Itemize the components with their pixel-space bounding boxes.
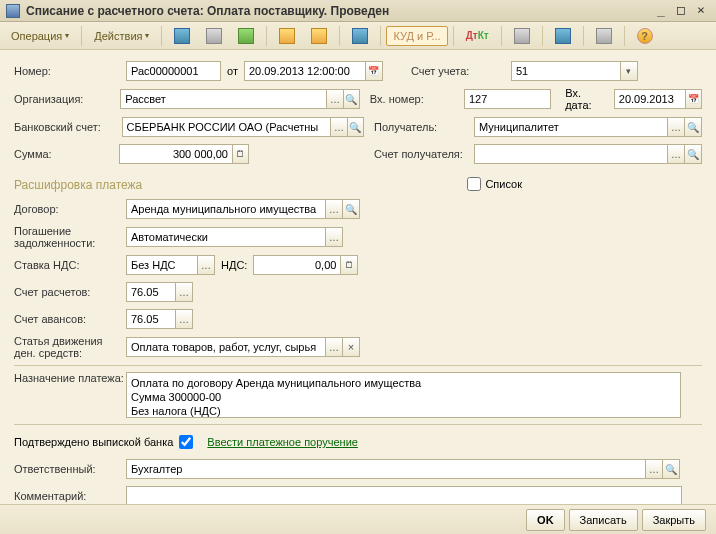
label-contract: Договор: [14, 203, 126, 215]
close-window-button[interactable]: × [692, 3, 710, 19]
label-vh-nomer: Вх. номер: [370, 93, 464, 105]
label-responsible: Ответственный: [14, 463, 126, 475]
tb-icon-2[interactable] [199, 25, 229, 47]
date-calendar-button[interactable] [365, 61, 383, 81]
help-button[interactable]: ? [630, 25, 660, 47]
decoding-group-title: Расшифровка платежа [14, 178, 142, 192]
report-icon [514, 28, 530, 44]
enter-pp-link[interactable]: Ввести платежное поручение [207, 436, 358, 448]
bank-acc-select-button[interactable] [330, 117, 347, 137]
recipient-acc-field[interactable] [474, 144, 668, 164]
acc-calc-select-button[interactable] [175, 282, 193, 302]
tb-icon-8[interactable] [548, 25, 578, 47]
vat-calc-button[interactable] [340, 255, 358, 275]
recipient-search-button[interactable] [684, 117, 702, 137]
actions-menu[interactable]: Действия▾ [87, 25, 156, 47]
date-field[interactable] [244, 61, 366, 81]
maximize-button[interactable]: □ [672, 3, 690, 19]
recipient-acc-search-button[interactable] [684, 144, 702, 164]
responsible-select-button[interactable] [645, 459, 663, 479]
titlebar: Списание с расчетного счета: Оплата пост… [0, 0, 716, 22]
ok-button[interactable]: OK [526, 509, 565, 531]
vat-rate-select-button[interactable] [197, 255, 215, 275]
purpose-textarea[interactable] [126, 372, 681, 418]
vh-data-calendar-button[interactable] [685, 89, 702, 109]
acc-advance-field[interactable] [126, 309, 176, 329]
label-comment: Комментарий: [14, 490, 126, 502]
label-number: Номер: [14, 65, 126, 77]
window-title: Списание с расчетного счета: Оплата пост… [26, 4, 650, 18]
label-repayment: Погашение задолженности: [14, 225, 126, 249]
app-icon [6, 4, 20, 18]
acc-ucheta-field[interactable] [511, 61, 621, 81]
bank-acc-field[interactable] [122, 117, 332, 137]
label-from: от [227, 65, 238, 77]
contract-select-button[interactable] [325, 199, 343, 219]
tb-icon-dkt[interactable]: ДтКт [459, 25, 496, 47]
label-confirmed: Подтверждено выпиской банка [14, 436, 173, 448]
responsible-field[interactable] [126, 459, 646, 479]
recipient-field[interactable] [474, 117, 668, 137]
tb-icon-5[interactable] [304, 25, 334, 47]
sum-calc-button[interactable] [232, 144, 249, 164]
label-acc-ucheta: Счет учета: [411, 65, 511, 77]
operation-menu[interactable]: Операция▾ [4, 25, 76, 47]
org-field[interactable] [120, 89, 327, 109]
label-cash-flow: Статья движения ден. средств: [14, 335, 126, 359]
footer: OK Записать Закрыть [0, 504, 716, 534]
label-recipient-acc: Счет получателя: [374, 148, 474, 160]
vh-data-field[interactable] [614, 89, 686, 109]
vh-nomer-field[interactable] [464, 89, 551, 109]
sum-field[interactable] [119, 144, 233, 164]
recipient-acc-select-button[interactable] [667, 144, 685, 164]
tb-icon-3[interactable] [231, 25, 261, 47]
form-body: Номер: от Счет учета: Организация: Вх. н… [0, 50, 716, 504]
repayment-field[interactable] [126, 227, 326, 247]
kud-button[interactable]: КУД и Р... [386, 26, 447, 46]
comment-field[interactable] [126, 486, 682, 504]
doc-icon-2 [311, 28, 327, 44]
confirmed-checkbox[interactable] [179, 435, 193, 449]
label-acc-advance: Счет авансов: [14, 313, 126, 325]
label-vat-rate: Ставка НДС: [14, 259, 126, 271]
go-icon [238, 28, 254, 44]
acc-ucheta-dropdown[interactable] [620, 61, 638, 81]
cash-flow-select-button[interactable] [325, 337, 343, 357]
label-sum: Сумма: [14, 148, 119, 160]
help-icon: ? [637, 28, 653, 44]
list-checkbox[interactable] [467, 177, 481, 191]
tb-icon-6[interactable] [345, 25, 375, 47]
tb-icon-4[interactable] [272, 25, 302, 47]
cash-flow-clear-button[interactable] [342, 337, 360, 357]
org-search-button[interactable] [343, 89, 360, 109]
bank-acc-search-button[interactable] [347, 117, 364, 137]
label-vh-data: Вх. дата: [565, 87, 608, 111]
tb-icon-9[interactable] [589, 25, 619, 47]
label-org: Организация: [14, 93, 120, 105]
label-vat: НДС: [221, 259, 247, 271]
cash-flow-field[interactable] [126, 337, 326, 357]
toolbar: Операция▾ Действия▾ КУД и Р... ДтКт ? [0, 22, 716, 50]
contract-search-button[interactable] [342, 199, 360, 219]
vat-rate-field[interactable] [126, 255, 198, 275]
label-recipient: Получатель: [374, 121, 474, 133]
tb-icon-7[interactable] [507, 25, 537, 47]
acc-calc-field[interactable] [126, 282, 176, 302]
number-field[interactable] [126, 61, 221, 81]
minimize-button[interactable]: _ [652, 3, 670, 19]
label-list: Список [485, 178, 522, 190]
repayment-select-button[interactable] [325, 227, 343, 247]
settings-icon [352, 28, 368, 44]
close-button[interactable]: Закрыть [642, 509, 706, 531]
responsible-search-button[interactable] [662, 459, 680, 479]
recipient-select-button[interactable] [667, 117, 685, 137]
vat-field[interactable] [253, 255, 341, 275]
print-icon [596, 28, 612, 44]
org-select-button[interactable] [326, 89, 343, 109]
save-button[interactable]: Записать [569, 509, 638, 531]
label-acc-calc: Счет расчетов: [14, 286, 126, 298]
list-icon [206, 28, 222, 44]
tb-icon-1[interactable] [167, 25, 197, 47]
contract-field[interactable] [126, 199, 326, 219]
acc-advance-select-button[interactable] [175, 309, 193, 329]
